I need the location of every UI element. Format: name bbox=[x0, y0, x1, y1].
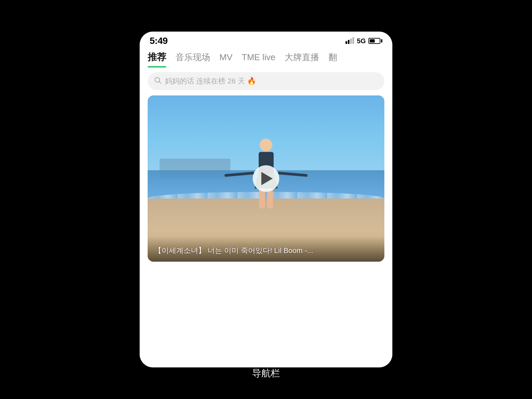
tab-more[interactable]: 翻 bbox=[329, 52, 337, 67]
status-time: 5:49 bbox=[150, 36, 168, 46]
search-icon bbox=[154, 77, 162, 85]
search-container: 妈妈的话 连续在榜 26 天 🔥 bbox=[140, 67, 392, 93]
signal-bars-icon bbox=[345, 38, 354, 44]
play-button[interactable] bbox=[253, 165, 279, 192]
play-triangle-icon bbox=[261, 172, 273, 185]
video-card[interactable]: 【이세계소녀】 너는 이미 죽어있다! Lil Boom -... bbox=[148, 95, 384, 262]
bottom-nav-label: 导航栏 bbox=[252, 368, 280, 378]
tab-recommend[interactable]: 推荐 bbox=[148, 51, 166, 67]
tab-celebrity-live[interactable]: 大牌直播 bbox=[285, 52, 319, 67]
svg-line-1 bbox=[159, 81, 161, 83]
search-bar[interactable]: 妈妈的话 连续在榜 26 天 🔥 bbox=[148, 72, 384, 90]
battery-icon bbox=[368, 38, 382, 44]
search-placeholder: 妈妈的话 连续在榜 26 天 🔥 bbox=[165, 76, 256, 86]
status-right: 5G bbox=[345, 37, 382, 45]
phone-frame: 5:49 5G 推荐 音乐现场 MV TME live 大牌直播 翻 bbox=[140, 32, 392, 367]
network-type: 5G bbox=[357, 37, 366, 45]
tab-tme-live[interactable]: TME live bbox=[242, 52, 275, 66]
status-bar: 5:49 5G bbox=[140, 32, 392, 49]
tab-music-live[interactable]: 音乐现场 bbox=[176, 52, 210, 67]
video-title-overlay: 【이세계소녀】 너는 이미 죽어있다! Lil Boom -... bbox=[148, 236, 384, 262]
nav-tabs: 推荐 音乐现场 MV TME live 大牌直播 翻 bbox=[140, 49, 392, 67]
video-title: 【이세계소녀】 너는 이미 죽어있다! Lil Boom -... bbox=[154, 246, 313, 255]
tab-mv[interactable]: MV bbox=[219, 52, 232, 66]
bottom-label-area: 导航栏 bbox=[252, 367, 280, 380]
video-container: 【이세계소녀】 너는 이미 죽어있다! Lil Boom -... bbox=[140, 93, 392, 367]
